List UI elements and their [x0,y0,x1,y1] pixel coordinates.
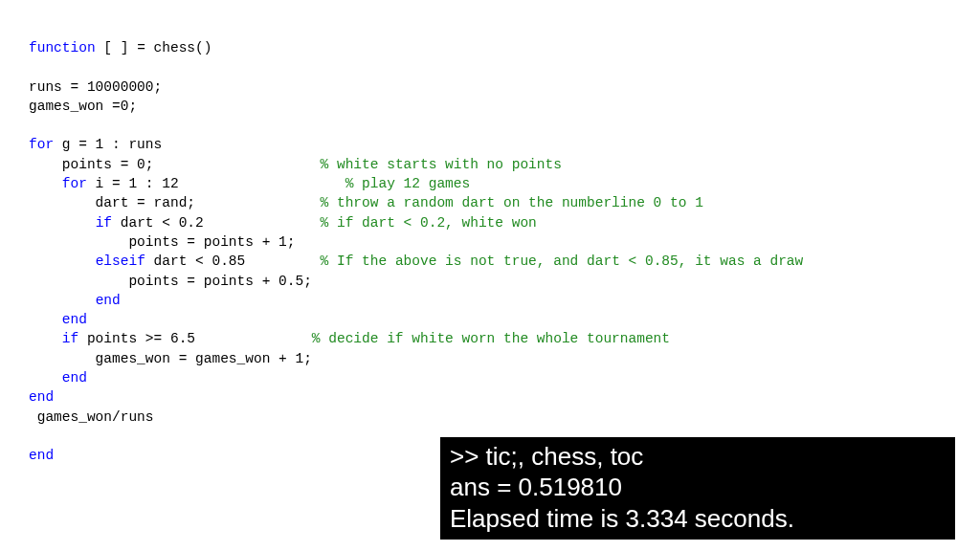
code-text [29,312,62,327]
code-text: g = 1 : runs [54,137,162,152]
code-text [29,253,96,269]
code-text [29,331,62,346]
comment-text: % throw a random dart on the numberline … [321,195,703,210]
comment-text: % if dart < 0.2, white won [321,215,537,231]
keyword-end: end [62,312,87,327]
keyword-if: if [96,215,112,231]
keyword-if: if [62,331,78,346]
keyword-end: end [29,448,54,463]
code-text: dart < 0.85 [145,253,321,269]
keyword-elseif: elseif [96,253,145,269]
keyword-for: for [62,176,87,191]
code-text: games_won =0; [29,99,137,114]
matlab-console-output: >> tic;, chess, toc ans = 0.519810 Elaps… [440,437,955,540]
keyword-end: end [62,370,87,386]
code-text [29,370,62,386]
keyword-function: function [29,40,96,55]
code-text: dart = rand; [29,195,321,210]
code-text: games_won/runs [29,409,154,425]
code-text [29,293,96,308]
comment-text: % play 12 games [345,176,471,191]
comment-text: % If the above is not true, and dart < 0… [321,253,804,269]
code-text: points >= 6.5 [78,331,312,346]
comment-text: % white starts with no points [321,157,562,172]
console-line: >> tic;, chess, toc [450,441,946,473]
keyword-for: for [29,137,54,152]
code-text: dart < 0.2 [112,215,321,231]
code-text: [ ] = chess() [96,40,212,55]
code-text [29,215,96,231]
code-text: points = points + 0.5; [29,274,312,289]
comment-text: % decide if white worn the whole tournam… [312,331,670,346]
code-text: games_won = games_won + 1; [29,351,312,366]
keyword-end: end [29,389,54,405]
code-text [29,176,62,191]
console-line: ans = 0.519810 [450,472,946,503]
console-line: Elapsed time is 3.334 seconds. [450,503,946,535]
keyword-end: end [96,293,121,308]
code-text: i = 1 : 12 [87,176,345,191]
code-text: points = 0; [29,157,321,172]
matlab-code-block: function [ ] = chess() runs = 10000000; … [29,38,961,466]
code-text: runs = 10000000; [29,79,162,95]
code-text: points = points + 1; [29,234,295,250]
